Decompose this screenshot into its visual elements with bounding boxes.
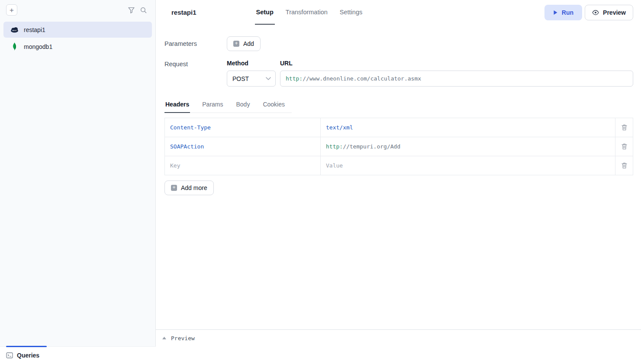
plus-icon: + (233, 41, 239, 47)
sidebar: + REST restapi1 (0, 0, 156, 364)
request-label: Request (164, 60, 227, 87)
preview-button-label: Preview (603, 9, 626, 16)
header-key-field[interactable]: SOAPAction (164, 137, 321, 156)
header-value-field[interactable] (320, 156, 615, 175)
url-rest-text: //www.dneonline.com/calculator.asmx (303, 75, 421, 82)
method-value: POST (232, 75, 249, 82)
tab-queries-label: Queries (17, 352, 39, 359)
delete-header-button[interactable] (615, 156, 633, 175)
add-more-row: + Add more (164, 180, 633, 195)
sidebar-bottom-bar: Queries (0, 346, 156, 364)
tab-body[interactable]: Body (235, 97, 251, 113)
sidebar-item-restapi1[interactable]: REST restapi1 (3, 22, 152, 38)
header-value-field[interactable]: http://tempuri.org/Add (320, 137, 615, 156)
tab-cookies[interactable]: Cookies (262, 97, 286, 113)
header-row: SOAPAction http://tempuri.org/Add (164, 137, 633, 156)
header-key-field[interactable] (164, 156, 321, 175)
method-label: Method (227, 60, 276, 67)
header-value-text: text/xml (326, 124, 353, 131)
sidebar-toolbar: + (0, 0, 155, 19)
url-column: URL http://www.dneonline.com/calculator.… (280, 60, 633, 87)
url-input[interactable]: http://www.dneonline.com/calculator.asmx (280, 71, 633, 87)
add-more-button[interactable]: + Add more (164, 180, 214, 195)
tab-settings[interactable]: Settings (338, 0, 364, 25)
tab-queries[interactable]: Queries (6, 352, 39, 359)
header-key-input[interactable] (170, 162, 315, 169)
queries-icon (6, 352, 13, 358)
response-preview-bar[interactable]: Preview (156, 329, 641, 346)
mongodb-leaf-icon (10, 42, 19, 51)
entity-label: restapi1 (24, 26, 45, 33)
trash-icon (622, 162, 627, 169)
entity-label: mongodb1 (24, 43, 52, 50)
method-select[interactable]: POST (227, 71, 276, 87)
plus-icon: + (171, 185, 177, 191)
tab-transformation[interactable]: Transformation (284, 0, 329, 25)
parameters-label: Parameters (164, 40, 227, 47)
query-mode-tabs: Setup Transformation Settings (255, 0, 364, 25)
trash-icon (622, 143, 627, 150)
add-parameter-label: Add (243, 40, 254, 47)
query-title: restapi1 (171, 9, 196, 16)
request-row: Request Method POST URL http://www.dneon… (164, 60, 633, 87)
add-parameter-button[interactable]: + Add (227, 36, 261, 51)
query-list: REST restapi1 mongodb1 (0, 19, 155, 57)
response-preview-label: Preview (171, 335, 195, 341)
chevron-down-icon (266, 77, 271, 81)
queries-tab-indicator (6, 346, 47, 347)
tab-setup[interactable]: Setup (255, 0, 275, 25)
header-row-empty (164, 156, 633, 175)
url-scheme-text: http: (286, 75, 303, 82)
header-row: Content-Type text/xml (164, 118, 633, 137)
header-value-rest-text: //tempuri.org/Add (343, 143, 400, 150)
tab-headers[interactable]: Headers (164, 97, 190, 113)
preview-button[interactable]: Preview (585, 5, 633, 20)
url-label: URL (280, 60, 633, 67)
sidebar-item-mongodb1[interactable]: mongodb1 (3, 39, 152, 55)
header-value-field[interactable]: text/xml (320, 118, 615, 137)
filter-icon[interactable] (125, 4, 137, 16)
request-config-tabs: Headers Params Body Cookies (164, 97, 292, 113)
delete-header-button[interactable] (615, 118, 633, 137)
header-key-text: Content-Type (170, 124, 211, 131)
header-value-scheme-text: http: (326, 143, 343, 150)
tab-params[interactable]: Params (201, 97, 224, 113)
delete-header-button[interactable] (615, 137, 633, 156)
eye-icon (592, 10, 599, 15)
main-panel: restapi1 Setup Transformation Settings R… (156, 0, 641, 364)
header-actions: Run Preview (544, 5, 633, 20)
header-key-text: SOAPAction (170, 143, 204, 150)
trash-icon (622, 124, 627, 131)
run-button[interactable]: Run (544, 5, 582, 20)
query-header: restapi1 Setup Transformation Settings R… (156, 0, 641, 25)
rest-api-cloud-icon: REST (10, 26, 19, 33)
header-value-input[interactable] (326, 162, 610, 169)
search-icon[interactable] (137, 4, 149, 16)
add-more-label: Add more (181, 184, 207, 191)
header-key-field[interactable]: Content-Type (164, 118, 321, 137)
svg-text:REST: REST (12, 29, 17, 32)
play-icon (553, 10, 558, 15)
method-column: Method POST (227, 60, 276, 87)
headers-table: Content-Type text/xml SOAPAction http://… (164, 118, 633, 175)
setup-content: Parameters + Add Request Method POST URL (156, 25, 641, 195)
run-button-label: Run (562, 9, 573, 16)
parameters-row: Parameters + Add (164, 36, 633, 51)
caret-up-icon[interactable] (161, 337, 167, 339)
add-query-button[interactable]: + (6, 4, 17, 16)
